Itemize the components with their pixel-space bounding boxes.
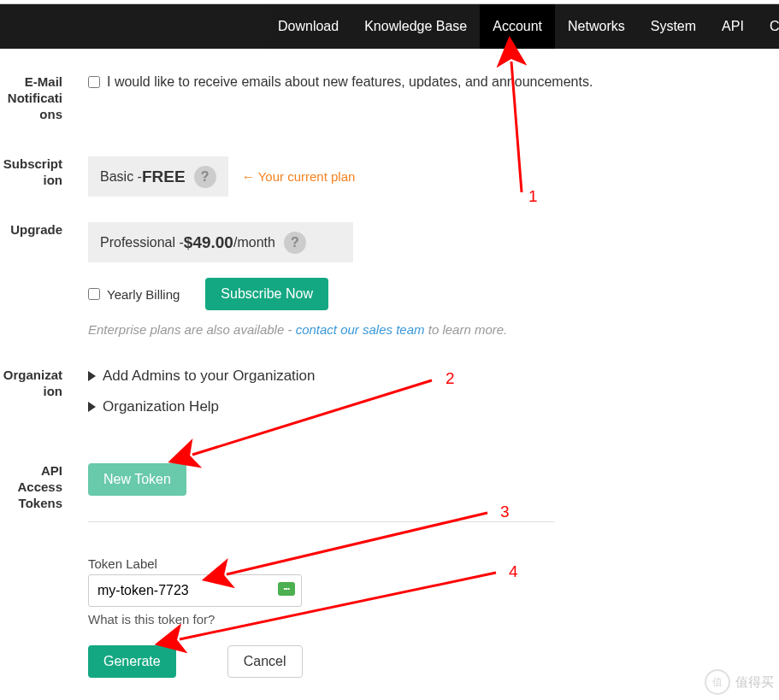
- nav-download[interactable]: Download: [265, 4, 351, 49]
- label-api-tokens: API AccessTokens: [0, 463, 71, 678]
- nav-account[interactable]: Account: [480, 4, 555, 49]
- password-manager-icon[interactable]: [278, 582, 295, 596]
- nav-knowledge-base[interactable]: Knowledge Base: [351, 4, 480, 49]
- nav-networks[interactable]: Networks: [555, 4, 638, 49]
- chevron-right-icon: [88, 402, 96, 412]
- watermark: 值 值得买: [705, 669, 774, 695]
- annotation-2: 2: [446, 369, 455, 388]
- yearly-billing-label: Yearly Billing: [107, 287, 180, 302]
- email-optin-checkbox[interactable]: [88, 76, 100, 88]
- token-help-text: What is this token for?: [88, 612, 302, 626]
- email-optin-label: I would like to receive emails about new…: [107, 74, 593, 90]
- token-label-field-label: Token Label: [88, 556, 302, 571]
- top-navbar: Download Knowledge Base Account Networks…: [0, 4, 779, 49]
- help-icon[interactable]: ?: [284, 232, 306, 254]
- add-admins-label: Add Admins to your Organization: [103, 368, 316, 385]
- plan-prefix: Basic -: [100, 169, 142, 185]
- upgrade-price: $49.00: [184, 233, 233, 252]
- add-admins-disclosure[interactable]: Add Admins to your Organization: [88, 368, 779, 385]
- annotation-3: 3: [500, 503, 510, 521]
- org-help-disclosure[interactable]: Organization Help: [88, 398, 779, 415]
- annotation-1: 1: [528, 187, 538, 206]
- label-organization: Organization: [0, 368, 71, 429]
- yearly-billing-checkbox[interactable]: [88, 288, 100, 300]
- enterprise-note: Enterprise plans are also available - co…: [88, 322, 779, 337]
- cancel-button[interactable]: Cancel: [227, 645, 303, 678]
- current-plan-box: Basic - FREE ?: [88, 156, 228, 197]
- upgrade-prefix: Professional -: [100, 235, 184, 250]
- chevron-right-icon: [88, 371, 96, 381]
- annotation-4: 4: [509, 562, 518, 581]
- email-optin-row[interactable]: I would like to receive emails about new…: [88, 74, 779, 90]
- label-email-notifications: E-MailNotifications: [0, 74, 71, 122]
- nav-system[interactable]: System: [638, 4, 709, 49]
- label-subscription: Subscription: [0, 156, 71, 197]
- help-icon[interactable]: ?: [194, 166, 216, 188]
- subscribe-button[interactable]: Subscribe Now: [205, 278, 328, 310]
- generate-button[interactable]: Generate: [88, 645, 176, 678]
- nav-more[interactable]: C: [757, 4, 779, 49]
- nav-api[interactable]: API: [709, 4, 757, 49]
- yearly-billing-row[interactable]: Yearly Billing: [88, 287, 180, 302]
- plan-name: FREE: [142, 168, 186, 186]
- token-label-input[interactable]: [88, 574, 302, 607]
- upgrade-per: /month: [233, 235, 275, 250]
- org-help-label: Organization Help: [103, 398, 219, 415]
- upgrade-plan-box: Professional - $49.00 /month ?: [88, 222, 353, 262]
- label-upgrade: Upgrade: [0, 222, 71, 337]
- new-token-button[interactable]: New Token: [88, 463, 186, 496]
- contact-sales-link[interactable]: contact our sales team: [296, 322, 425, 337]
- current-plan-indicator: ← Your current plan: [242, 169, 356, 184]
